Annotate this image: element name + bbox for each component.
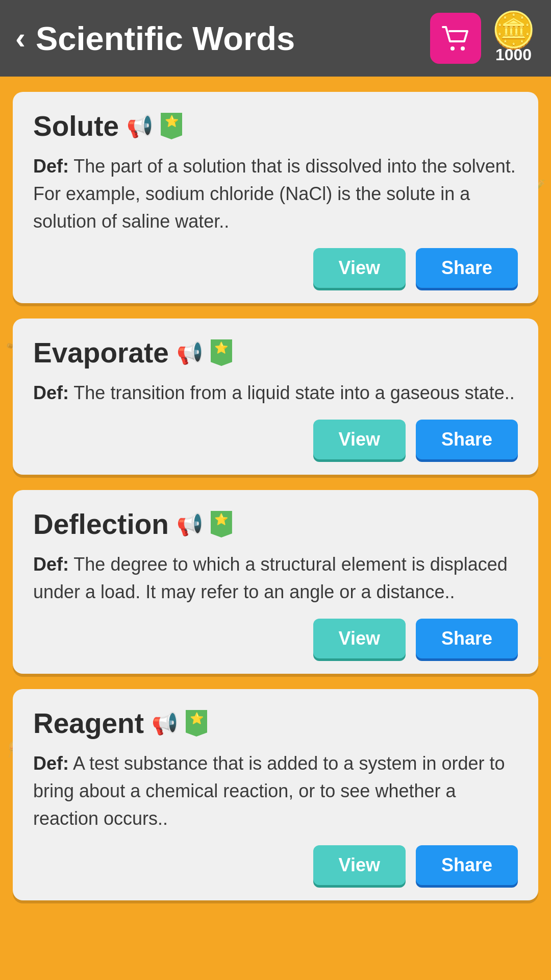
share-button-evaporate[interactable]: Share — [416, 420, 518, 459]
word-card-evaporate: Evaporate 📢 ⭐ Def: The transition from a… — [13, 318, 538, 475]
word-title-evaporate: Evaporate — [33, 336, 169, 369]
star-icon-deflection: ⭐ — [214, 514, 228, 525]
coins-icon: 🪙 — [491, 12, 536, 48]
svg-point-0 — [450, 46, 455, 51]
coins-amount: 1000 — [495, 45, 532, 64]
card-actions-deflection: View Share — [33, 619, 518, 658]
speaker-icon-reagent[interactable]: 📢 — [152, 711, 178, 736]
header-right: 🪙 1000 — [430, 12, 536, 64]
cart-button[interactable] — [430, 13, 481, 64]
view-button-evaporate[interactable]: View — [313, 420, 406, 459]
card-actions-reagent: View Share — [33, 845, 518, 885]
word-title-solute: Solute — [33, 110, 119, 142]
card-header-reagent: Reagent 📢 ⭐ — [33, 707, 518, 740]
bookmark-solute[interactable]: ⭐ — [161, 113, 182, 139]
star-icon-solute: ⭐ — [165, 116, 179, 127]
svg-point-1 — [461, 46, 465, 51]
card-header-solute: Solute 📢 ⭐ — [33, 110, 518, 142]
definition-reagent: Def: A test substance that is added to a… — [33, 750, 518, 832]
card-header-deflection: Deflection 📢 ⭐ — [33, 508, 518, 541]
word-card-solute: Solute 📢 ⭐ Def: The part of a solution t… — [13, 92, 538, 303]
speaker-icon-deflection[interactable]: 📢 — [177, 512, 203, 537]
share-button-deflection[interactable]: Share — [416, 619, 518, 658]
speaker-icon-evaporate[interactable]: 📢 — [177, 340, 203, 365]
share-button-reagent[interactable]: Share — [416, 845, 518, 885]
word-title-reagent: Reagent — [33, 707, 144, 740]
word-title-deflection: Deflection — [33, 508, 169, 541]
bookmark-deflection[interactable]: ⭐ — [211, 511, 232, 537]
definition-evaporate: Def: The transition from a liquid state … — [33, 379, 518, 407]
card-header-evaporate: Evaporate 📢 ⭐ — [33, 336, 518, 369]
word-card-deflection: Deflection 📢 ⭐ Def: The degree to which … — [13, 490, 538, 674]
star-icon-evaporate: ⭐ — [214, 342, 228, 354]
word-card-reagent: Reagent 📢 ⭐ Def: A test substance that i… — [13, 689, 538, 900]
card-actions-solute: View Share — [33, 248, 518, 288]
star-icon-reagent: ⭐ — [190, 713, 204, 724]
coins-display: 🪙 1000 — [491, 12, 536, 64]
content-area: 🔬 ⚗️ 🧪 🔭 ⚡ 🧬 🔬 ⚗️ 🔭 Solute 📢 ⭐ Def: The … — [0, 77, 551, 980]
bookmark-reagent[interactable]: ⭐ — [186, 710, 207, 737]
back-button[interactable]: ‹ — [15, 23, 26, 54]
page-title: Scientific Words — [36, 19, 295, 58]
definition-solute: Def: The part of a solution that is diss… — [33, 153, 518, 235]
speaker-icon-solute[interactable]: 📢 — [127, 114, 153, 139]
card-actions-evaporate: View Share — [33, 420, 518, 459]
view-button-reagent[interactable]: View — [313, 845, 406, 885]
header-left: ‹ Scientific Words — [15, 19, 295, 58]
view-button-solute[interactable]: View — [313, 248, 406, 288]
definition-deflection: Def: The degree to which a structural el… — [33, 551, 518, 606]
view-button-deflection[interactable]: View — [313, 619, 406, 658]
bookmark-evaporate[interactable]: ⭐ — [211, 339, 232, 366]
share-button-solute[interactable]: Share — [416, 248, 518, 288]
cart-icon — [440, 23, 471, 54]
header: ‹ Scientific Words 🪙 1000 — [0, 0, 551, 77]
